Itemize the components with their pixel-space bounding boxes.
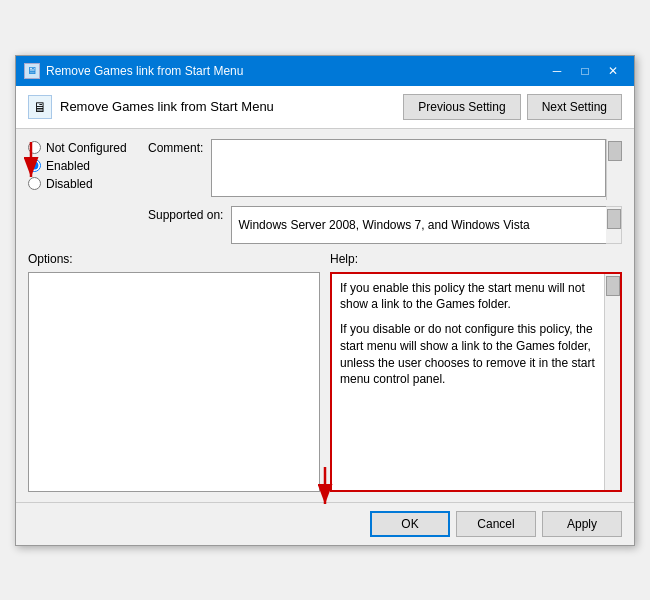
arrow-icon [23, 137, 53, 197]
options-title: Options: [28, 252, 320, 266]
dialog-header: 🖥 Remove Games link from Start Menu Prev… [16, 86, 634, 129]
ok-arrow-annotation [300, 462, 350, 515]
comment-label: Comment: [148, 139, 203, 155]
supported-scrollbar[interactable] [606, 206, 622, 244]
top-section: Not Configured Enabled Disabled [28, 139, 622, 244]
title-bar: 🖥 Remove Games link from Start Menu ─ □ … [16, 56, 634, 86]
options-help-section: Options: Help: If you enable this policy… [28, 252, 622, 492]
window-title: Remove Games link from Start Menu [46, 64, 243, 78]
ok-button[interactable]: OK [370, 511, 450, 537]
cancel-button[interactable]: Cancel [456, 511, 536, 537]
comment-section: Comment: [148, 139, 622, 200]
left-panel: Not Configured Enabled Disabled [28, 139, 138, 244]
supported-value: Windows Server 2008, Windows 7, and Wind… [231, 206, 622, 244]
comment-wrapper [211, 139, 622, 200]
supported-section: Supported on: Windows Server 2008, Windo… [148, 206, 622, 244]
help-box: If you enable this policy the start menu… [330, 272, 622, 492]
ok-arrow-icon [300, 462, 350, 512]
dialog-body: Not Configured Enabled Disabled [16, 129, 634, 502]
previous-setting-button[interactable]: Previous Setting [403, 94, 520, 120]
comment-textarea[interactable] [211, 139, 606, 197]
next-setting-button[interactable]: Next Setting [527, 94, 622, 120]
help-text-highlighted: If you enable this policy the start menu… [340, 280, 612, 314]
right-section: Comment: Supported on: Windows Server 20… [148, 139, 622, 244]
window-icon: 🖥 [24, 63, 40, 79]
header-title: Remove Games link from Start Menu [60, 99, 274, 114]
header-buttons: Previous Setting Next Setting [403, 94, 622, 120]
supported-label: Supported on: [148, 206, 223, 222]
comment-scrollbar[interactable] [606, 139, 622, 200]
options-panel: Options: [28, 252, 320, 492]
help-scrollbar[interactable] [604, 274, 620, 490]
help-text-normal: If you disable or do not configure this … [340, 321, 612, 388]
window-controls: ─ □ ✕ [544, 61, 626, 81]
options-box [28, 272, 320, 492]
close-button[interactable]: ✕ [600, 61, 626, 81]
apply-button[interactable]: Apply [542, 511, 622, 537]
maximize-button[interactable]: □ [572, 61, 598, 81]
bottom-buttons-bar: OK Cancel Apply [16, 502, 634, 545]
policy-dialog: 🖥 Remove Games link from Start Menu ─ □ … [15, 55, 635, 546]
help-title: Help: [330, 252, 622, 266]
help-panel: Help: If you enable this policy the star… [330, 252, 622, 492]
header-icon: 🖥 [28, 95, 52, 119]
minimize-button[interactable]: ─ [544, 61, 570, 81]
